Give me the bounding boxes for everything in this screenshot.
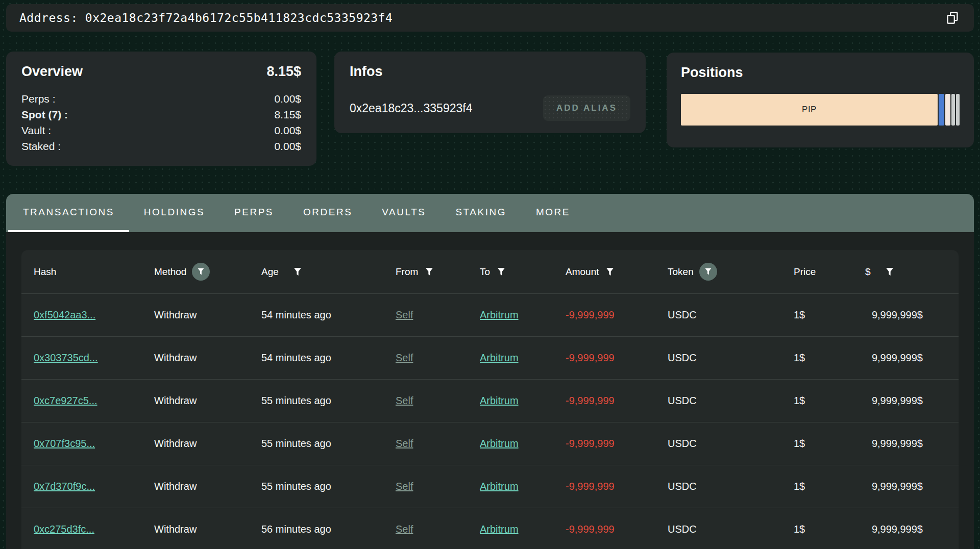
- table-row: 0xc275d3fc... Withdraw 56 minutes ago Se…: [21, 508, 959, 549]
- method-cell: Withdraw: [154, 438, 261, 450]
- table-row: 0x707f3c95... Withdraw 55 minutes ago Se…: [21, 422, 959, 465]
- to-link[interactable]: Arbitrum: [480, 523, 519, 535]
- overview-card: Overview 8.15$ Perps : 0.00$ Spot (7) : …: [6, 52, 316, 166]
- usd-cell: 9,999,999$: [865, 395, 946, 407]
- hash-link[interactable]: 0xf5042aa3...: [34, 309, 95, 320]
- price-cell: 1$: [793, 438, 865, 450]
- table-row: 0xf5042aa3... Withdraw 54 minutes ago Se…: [21, 293, 959, 336]
- price-cell: 1$: [793, 352, 865, 364]
- age-cell: 55 minutes ago: [261, 481, 396, 492]
- amount-cell: -9,999,999: [566, 395, 668, 407]
- header-method: Method: [154, 266, 186, 278]
- from-link[interactable]: Self: [396, 395, 413, 406]
- position-segment-2[interactable]: [939, 94, 944, 126]
- hash-link[interactable]: 0x7d370f9c...: [34, 481, 95, 492]
- tab-perps[interactable]: PERPS: [219, 194, 288, 232]
- tab-more[interactable]: MORE: [521, 194, 585, 232]
- from-link[interactable]: Self: [396, 523, 413, 535]
- amount-cell: -9,999,999: [566, 481, 668, 492]
- age-filter-icon[interactable]: [292, 266, 303, 278]
- tab-transactions[interactable]: TRANSACTIONS: [8, 194, 129, 232]
- from-link[interactable]: Self: [396, 481, 413, 492]
- price-cell: 1$: [793, 395, 865, 407]
- to-link[interactable]: Arbitrum: [480, 481, 519, 492]
- position-segment-pip-label: PIP: [802, 105, 817, 115]
- position-segment-pip[interactable]: PIP: [681, 94, 938, 126]
- usd-filter-icon[interactable]: [884, 266, 895, 278]
- address-bar: Address: 0x2ea18c23f72a4b6172c55b411823c…: [6, 4, 974, 32]
- staked-label: Staked :: [21, 138, 61, 154]
- position-segment-5[interactable]: [956, 94, 960, 126]
- copy-address-button[interactable]: [941, 7, 964, 29]
- from-filter-icon[interactable]: [424, 266, 435, 278]
- vault-label: Vault :: [21, 122, 51, 138]
- token-cell: USDC: [668, 481, 793, 492]
- from-link[interactable]: Self: [396, 309, 413, 320]
- header-token: Token: [668, 266, 694, 278]
- overview-row-perps: Perps : 0.00$: [21, 91, 301, 107]
- hash-link[interactable]: 0xc7e927c5...: [34, 395, 97, 406]
- usd-cell: 9,999,999$: [865, 438, 946, 450]
- header-age: Age: [261, 266, 279, 278]
- price-cell: 1$: [793, 481, 865, 492]
- overview-row-spot: Spot (7) : 8.15$: [21, 107, 301, 122]
- position-segment-3[interactable]: [945, 94, 950, 126]
- position-segment-4[interactable]: [951, 94, 955, 126]
- positions-card: Positions PIP: [667, 53, 974, 147]
- amount-cell: -9,999,999: [566, 352, 668, 364]
- method-cell: Withdraw: [154, 481, 261, 492]
- transactions-table: Hash Method Age From To: [21, 250, 959, 549]
- hash-link[interactable]: 0x303735cd...: [34, 352, 98, 363]
- usd-cell: 9,999,999$: [865, 481, 946, 492]
- short-address: 0x2ea18c23...335923f4: [350, 102, 472, 115]
- perps-label: Perps :: [21, 91, 56, 107]
- infos-title: Infos: [350, 64, 630, 80]
- copy-icon: [945, 10, 960, 26]
- staked-value: 0.00$: [274, 138, 301, 154]
- tab-holdings[interactable]: HOLDINGS: [129, 194, 219, 232]
- from-link[interactable]: Self: [396, 352, 413, 363]
- overview-row-vault: Vault : 0.00$: [21, 122, 301, 138]
- method-cell: Withdraw: [154, 395, 261, 407]
- tab-orders[interactable]: ORDERS: [288, 194, 367, 232]
- overview-row-staked: Staked : 0.00$: [21, 138, 301, 154]
- amount-filter-icon[interactable]: [604, 266, 616, 278]
- tab-vaults[interactable]: VAULTS: [367, 194, 440, 232]
- from-link[interactable]: Self: [396, 438, 413, 449]
- token-filter-icon[interactable]: [699, 263, 717, 281]
- table-row: 0x7d370f9c... Withdraw 55 minutes ago Se…: [21, 465, 959, 508]
- age-cell: 54 minutes ago: [261, 352, 396, 364]
- header-price: Price: [794, 266, 816, 278]
- usd-cell: 9,999,999$: [865, 309, 946, 321]
- amount-cell: -9,999,999: [566, 309, 668, 321]
- to-filter-icon[interactable]: [496, 266, 507, 278]
- tab-staking[interactable]: STAKING: [440, 194, 521, 232]
- token-cell: USDC: [668, 438, 793, 450]
- age-cell: 54 minutes ago: [261, 309, 396, 321]
- tab-bar: TRANSACTIONS HOLDINGS PERPS ORDERS VAULT…: [6, 194, 974, 232]
- hash-link[interactable]: 0x707f3c95...: [34, 438, 95, 449]
- to-link[interactable]: Arbitrum: [480, 395, 519, 406]
- age-cell: 55 minutes ago: [261, 438, 396, 450]
- header-usd: $: [865, 266, 871, 278]
- header-from: From: [396, 266, 418, 278]
- header-amount: Amount: [566, 266, 599, 278]
- table-header-row: Hash Method Age From To: [21, 250, 959, 293]
- age-cell: 55 minutes ago: [261, 395, 396, 407]
- amount-cell: -9,999,999: [566, 523, 668, 535]
- hash-link[interactable]: 0xc275d3fc...: [34, 523, 94, 535]
- transactions-panel: Hash Method Age From To: [6, 232, 974, 549]
- method-filter-icon[interactable]: [192, 263, 210, 281]
- add-alias-button[interactable]: ADD ALIAS: [543, 95, 630, 121]
- price-cell: 1$: [793, 309, 865, 321]
- to-link[interactable]: Arbitrum: [480, 438, 519, 449]
- age-cell: 56 minutes ago: [261, 523, 396, 535]
- header-to: To: [480, 266, 490, 278]
- method-cell: Withdraw: [154, 352, 261, 364]
- table-row: 0x303735cd... Withdraw 54 minutes ago Se…: [21, 336, 959, 379]
- price-cell: 1$: [793, 523, 865, 535]
- to-link[interactable]: Arbitrum: [480, 309, 519, 320]
- spot-label: Spot (7) :: [21, 107, 68, 122]
- address-value: 0x2ea18c23f72a4b6172c55b411823cdc5335923…: [85, 11, 393, 24]
- to-link[interactable]: Arbitrum: [480, 352, 519, 363]
